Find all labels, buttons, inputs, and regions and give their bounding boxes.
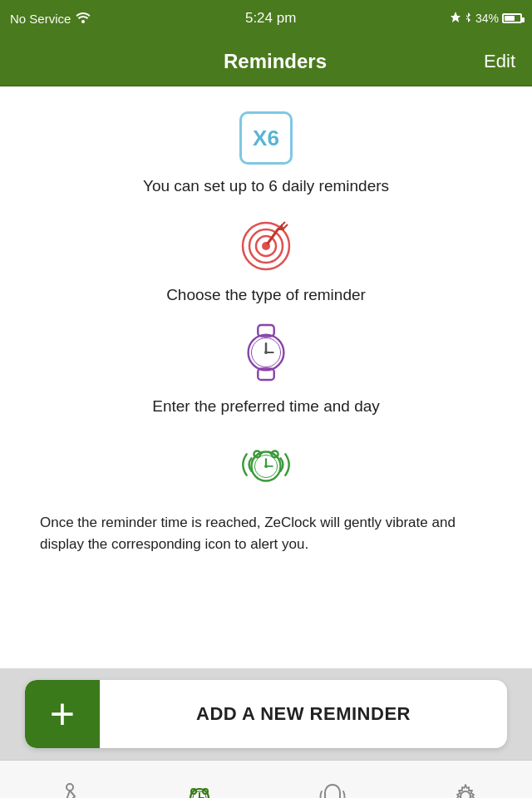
svg-point-20: [264, 465, 268, 468]
tab-notifications[interactable]: Notifications: [266, 761, 399, 798]
section-watch-text: Enter the preferred time and day: [152, 397, 380, 417]
section-x6-text: You can set up to 6 daily reminders: [143, 176, 389, 197]
reminders-tab-icon: [185, 781, 214, 798]
tab-bar: Activity Reminders Notifications: [0, 760, 532, 798]
notifications-icon: [318, 781, 347, 798]
main-content: X6 You can set up to 6 daily reminders C…: [0, 86, 532, 668]
location-icon: [451, 12, 461, 26]
tab-reminders[interactable]: Reminders: [133, 761, 266, 798]
activity-icon: [52, 781, 81, 798]
add-reminder-label: ADD A NEW REMINDER: [100, 703, 507, 725]
tab-activity[interactable]: Activity: [0, 761, 133, 798]
add-reminder-button[interactable]: + ADD A NEW REMINDER: [25, 680, 507, 748]
svg-point-33: [461, 791, 470, 798]
edit-button[interactable]: Edit: [484, 51, 515, 72]
settings-icon: [451, 781, 480, 798]
action-area: + ADD A NEW REMINDER: [0, 668, 532, 760]
x6-icon: X6: [239, 111, 293, 165]
tab-settings[interactable]: Settings: [399, 761, 532, 798]
status-left: No Service: [10, 12, 91, 26]
bluetooth-icon: [464, 12, 472, 26]
svg-line-8: [283, 224, 288, 229]
nav-title: Reminders: [224, 50, 327, 73]
status-right: 34%: [451, 12, 522, 26]
section-x6: X6 You can set up to 6 daily reminders: [143, 111, 389, 197]
alarm-vibrate-icon: [237, 436, 295, 497]
svg-point-15: [264, 351, 268, 354]
status-time: 5:24 pm: [245, 10, 296, 27]
section-target: Choose the type of reminder: [166, 215, 366, 306]
alarm-section: Once the reminder time is reached, ZeClo…: [33, 436, 499, 556]
status-bar: No Service 5:24 pm 34%: [0, 0, 532, 37]
plus-box: +: [25, 680, 100, 748]
svg-point-25: [66, 784, 73, 791]
nav-bar: Reminders Edit: [0, 37, 532, 86]
section-target-text: Choose the type of reminder: [166, 285, 366, 306]
battery-percentage: 34%: [475, 12, 499, 25]
svg-point-0: [81, 20, 85, 23]
target-icon: [237, 215, 295, 273]
long-description: Once the reminder time is reached, ZeClo…: [33, 512, 499, 556]
carrier-text: No Service: [10, 12, 71, 26]
wifi-icon: [76, 12, 91, 26]
section-watch: Enter the preferred time and day: [152, 323, 380, 417]
battery-icon: [502, 13, 522, 23]
plus-icon: +: [50, 692, 75, 736]
watch-icon: [238, 323, 294, 385]
